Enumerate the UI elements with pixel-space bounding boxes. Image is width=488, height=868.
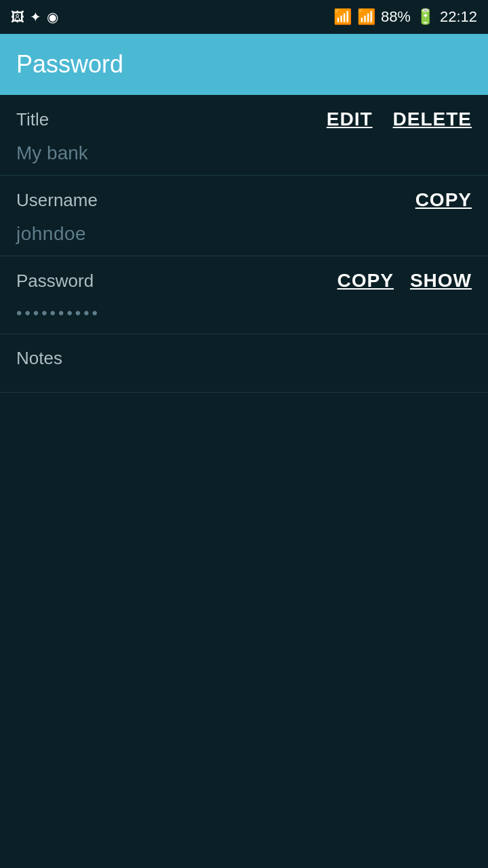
sync-icon: ✦ <box>30 9 41 25</box>
status-bar-left: 🖼 ✦ ◉ <box>11 9 58 25</box>
username-copy-button[interactable]: COPY <box>415 189 472 211</box>
title-section: Title EDIT DELETE My bank <box>0 95 488 175</box>
password-copy-button[interactable]: COPY <box>338 270 394 292</box>
password-show-button[interactable]: SHOW <box>410 270 472 292</box>
title-actions: EDIT DELETE <box>327 108 472 130</box>
app-bar-title: Password <box>16 50 123 79</box>
content: Title EDIT DELETE My bank Username COPY … <box>0 95 488 393</box>
delete-button[interactable]: DELETE <box>393 108 472 130</box>
password-value: •••••••••• <box>16 297 472 334</box>
password-actions: COPY SHOW <box>338 270 472 292</box>
vodafone-icon: ◉ <box>47 9 58 25</box>
password-section: Password COPY SHOW •••••••••• <box>0 256 488 334</box>
app-bar: Password <box>0 34 488 95</box>
signal-icon: 📶 <box>357 8 375 26</box>
title-header-row: Title EDIT DELETE <box>16 108 472 130</box>
status-bar: 🖼 ✦ ◉ 📶 📶 88% 🔋 22:12 <box>0 0 488 34</box>
username-section: Username COPY johndoe <box>0 176 488 256</box>
username-value: johndoe <box>16 216 472 256</box>
image-icon: 🖼 <box>11 9 24 25</box>
status-bar-right: 📶 📶 88% 🔋 22:12 <box>333 8 477 26</box>
username-label: Username <box>16 190 98 211</box>
battery-text: 88% <box>381 8 411 26</box>
password-label: Password <box>16 271 94 292</box>
notes-section: Notes <box>0 334 488 392</box>
password-header: Password COPY SHOW <box>16 270 472 292</box>
notes-divider <box>0 392 488 393</box>
username-actions: COPY <box>415 189 472 211</box>
notes-label: Notes <box>16 348 62 369</box>
wifi-icon: 📶 <box>333 8 352 26</box>
time-display: 22:12 <box>440 8 477 26</box>
edit-button[interactable]: EDIT <box>327 108 373 130</box>
battery-icon: 🔋 <box>416 8 434 26</box>
notes-header: Notes <box>16 348 472 369</box>
username-header: Username COPY <box>16 189 472 211</box>
title-label: Title <box>16 109 49 130</box>
notes-value <box>16 374 472 392</box>
title-value: My bank <box>16 136 472 175</box>
